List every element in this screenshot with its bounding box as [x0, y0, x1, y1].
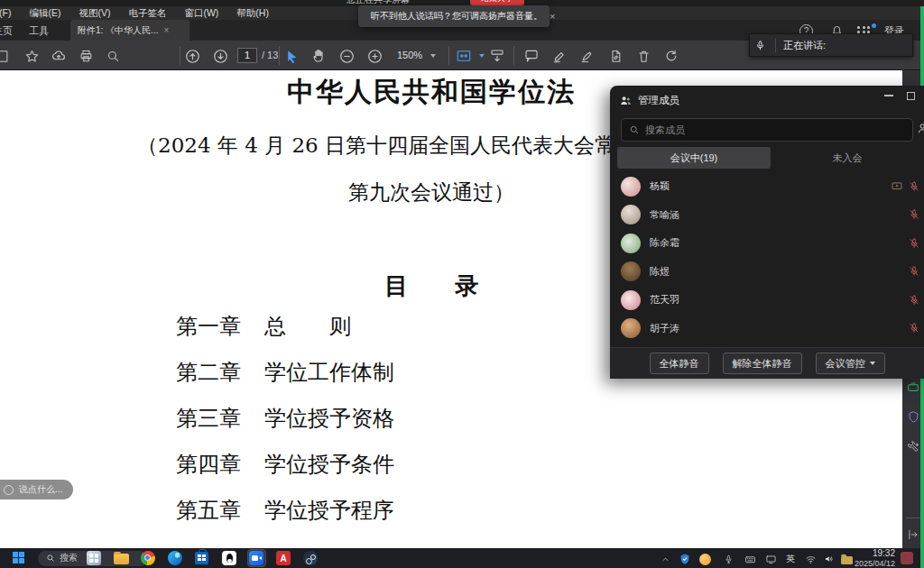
- tray-language-indicator[interactable]: 英: [784, 553, 797, 565]
- panel-footer: 全体静音 解除全体静音 会议管控: [610, 347, 924, 379]
- widgets-icon[interactable]: [87, 551, 102, 566]
- next-page-icon[interactable]: [210, 46, 230, 66]
- audio-toast: 听不到他人说话吗？您可调高扬声器音量。 ×: [358, 5, 550, 27]
- menu-item[interactable]: 帮助(H): [236, 7, 269, 20]
- zoom-in-icon[interactable]: [365, 46, 384, 66]
- star-favorite-icon[interactable]: [22, 46, 42, 66]
- stamp-tools-icon[interactable]: [605, 46, 625, 66]
- mic-muted-icon[interactable]: [908, 322, 920, 334]
- invite-person-icon[interactable]: [917, 122, 924, 135]
- close-tab-icon[interactable]: ×: [163, 25, 169, 35]
- share-stamp-icon[interactable]: [905, 380, 921, 396]
- member-name: 杨颖: [650, 179, 670, 193]
- hand-tool-icon[interactable]: [309, 46, 328, 66]
- steam-icon[interactable]: [303, 551, 319, 566]
- member-row[interactable]: 陈煜: [610, 258, 924, 287]
- notification-center-icon[interactable]: [901, 552, 913, 564]
- menu-item[interactable]: 窗口(W): [184, 7, 218, 20]
- search-icon: [629, 124, 640, 135]
- maximize-icon[interactable]: [907, 92, 915, 100]
- menu-item[interactable]: 编辑(E): [29, 7, 60, 20]
- footer-button[interactable]: 全体静音: [650, 353, 709, 374]
- search-icon[interactable]: [103, 46, 123, 66]
- chrome-icon[interactable]: [141, 551, 156, 566]
- highlighter-icon[interactable]: [550, 46, 569, 66]
- members-icon: [619, 94, 633, 107]
- member-search-box[interactable]: [621, 118, 913, 142]
- member-row[interactable]: 常喻涵: [610, 201, 924, 230]
- toolbar-collapse-icon[interactable]: [487, 46, 507, 66]
- toc-entry: 第二章学位工作体制: [176, 358, 394, 404]
- comment-icon[interactable]: [522, 46, 541, 66]
- apps-grid-badge: [872, 23, 876, 28]
- refresh-icon[interactable]: [661, 46, 681, 66]
- mic-muted-icon[interactable]: [908, 265, 920, 278]
- cloud-upload-icon[interactable]: [49, 46, 69, 66]
- protect-shield-icon[interactable]: [905, 408, 921, 425]
- edge-icon[interactable]: [168, 551, 183, 566]
- tray-shield-icon[interactable]: [679, 553, 691, 565]
- fit-dropdown-caret[interactable]: [479, 54, 485, 58]
- mic-muted-icon[interactable]: [908, 294, 920, 307]
- tray-folder-icon[interactable]: [840, 553, 853, 565]
- date-label: 2025/04/12: [854, 559, 895, 568]
- tray-keyboard-icon[interactable]: [744, 553, 756, 565]
- previous-page-icon[interactable]: [182, 46, 202, 66]
- tab-not-joined[interactable]: 未入会: [771, 147, 924, 169]
- member-row[interactable]: 范天羽: [610, 286, 924, 315]
- tray-wifi-icon[interactable]: [804, 553, 817, 565]
- expand-pane-icon[interactable]: [905, 527, 921, 543]
- mic-muted-icon[interactable]: [908, 237, 920, 250]
- tray-security-orange-icon[interactable]: [698, 553, 711, 565]
- speaking-indicator-popup: 正在讲话:: [749, 33, 913, 57]
- footer-button[interactable]: 解除全体静音: [723, 353, 802, 374]
- taskbar-search-label: 搜索: [60, 552, 78, 564]
- zoom-out-icon[interactable]: [337, 46, 356, 66]
- tray-display-icon[interactable]: [764, 553, 777, 565]
- zoom-level-value[interactable]: 150%: [397, 50, 422, 60]
- toc-list: 第一章总 则 第二章学位工作体制 第三章学位授予资格 第四章学位授予条件 第五章…: [176, 312, 394, 542]
- member-search-input[interactable]: [645, 124, 905, 135]
- menu-item[interactable]: 文件(F): [0, 7, 11, 20]
- tab-tools[interactable]: 工具: [29, 24, 49, 38]
- page-number-input[interactable]: 1: [237, 48, 257, 63]
- tab-in-meeting[interactable]: 会议中(19): [617, 147, 771, 169]
- mic-muted-icon[interactable]: [908, 208, 920, 221]
- avatar: [621, 234, 641, 253]
- meeting-chat-bubble[interactable]: 说点什么...: [0, 480, 73, 499]
- emoji-icon[interactable]: [4, 485, 14, 495]
- tab-home[interactable]: 主页: [0, 24, 13, 38]
- minimize-icon[interactable]: [884, 95, 893, 96]
- member-row[interactable]: 陈余霜: [610, 229, 924, 258]
- tencent-meeting-icon[interactable]: [249, 551, 264, 566]
- trash-icon[interactable]: [633, 46, 653, 66]
- panel-header[interactable]: 管理成员: [610, 86, 924, 115]
- tray-chevron-up-icon[interactable]: [659, 553, 671, 565]
- fit-width-icon[interactable]: [454, 46, 474, 66]
- member-management-panel: 管理成员 会议中(19) 未入会 杨颖: [610, 86, 924, 379]
- file-explorer-icon[interactable]: [114, 551, 129, 566]
- acrobat-icon[interactable]: A: [276, 551, 291, 566]
- footer-button[interactable]: 会议管控: [816, 353, 885, 374]
- tray-microphone-icon[interactable]: [722, 553, 735, 565]
- qq-icon[interactable]: [222, 551, 237, 566]
- zoom-dropdown-caret[interactable]: [430, 54, 436, 58]
- mic-muted-icon[interactable]: [908, 180, 920, 193]
- windows-start-icon[interactable]: [13, 552, 24, 563]
- microsoft-store-icon[interactable]: [195, 551, 210, 566]
- member-row[interactable]: 胡子涛: [610, 315, 924, 344]
- member-row[interactable]: 杨颖: [610, 172, 924, 201]
- print-icon[interactable]: [76, 46, 96, 66]
- menu-item[interactable]: 视图(V): [79, 7, 110, 20]
- toast-close-icon[interactable]: ×: [550, 11, 555, 22]
- tab-document[interactable]: 附件1: 《中华人民... ×: [70, 20, 189, 41]
- sharing-screen-icon: [891, 180, 903, 193]
- select-tool-icon[interactable]: [282, 46, 301, 66]
- more-tools-wrench-icon[interactable]: [905, 438, 921, 454]
- side-panel-icon[interactable]: [0, 46, 11, 66]
- tray-speaker-icon[interactable]: [823, 553, 836, 565]
- sign-pen-icon[interactable]: [578, 46, 597, 66]
- taskbar-clock[interactable]: 19:32 2025/04/12: [854, 549, 895, 568]
- menu-item[interactable]: 电子签名: [128, 7, 166, 20]
- avatar: [621, 177, 641, 197]
